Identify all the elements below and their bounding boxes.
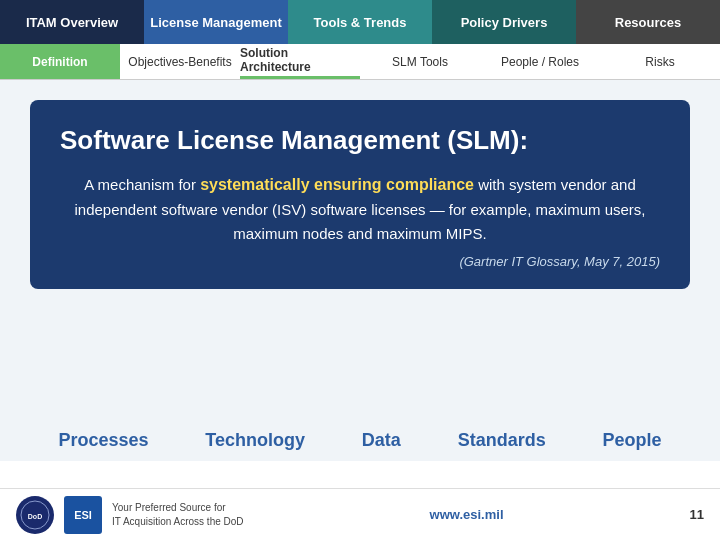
slm-highlight: systematically ensuring compliance	[200, 176, 474, 193]
footer: DoD ESI Your Preferred Source for IT Acq…	[0, 488, 720, 540]
slm-source: (Gartner IT Glossary, May 7, 2015)	[60, 254, 660, 269]
pillar-people[interactable]: People	[603, 430, 662, 451]
pillar-processes[interactable]: Processes	[58, 430, 148, 451]
nav-tools-trends[interactable]: Tools & Trends	[288, 0, 432, 44]
pillar-technology[interactable]: Technology	[205, 430, 305, 451]
pillars-row: Processes Technology Data Standards Peop…	[0, 420, 720, 461]
nav-license-management[interactable]: License Management	[144, 0, 288, 44]
footer-page: 11	[690, 507, 704, 522]
pillar-standards[interactable]: Standards	[458, 430, 546, 451]
slm-body-prefix: A mechanism for	[84, 176, 200, 193]
nav-resources[interactable]: Resources	[576, 0, 720, 44]
top-nav: ITAM Overview License Management Tools &…	[0, 0, 720, 44]
slm-title: Software License Management (SLM):	[60, 125, 660, 156]
logo-esi-icon: ESI	[64, 496, 102, 534]
main-content: Software License Management (SLM): A mec…	[0, 80, 720, 420]
slm-definition-box: Software License Management (SLM): A mec…	[30, 100, 690, 289]
nav-itam-overview[interactable]: ITAM Overview	[0, 0, 144, 44]
pillar-data[interactable]: Data	[362, 430, 401, 451]
footer-url: www.esi.mil	[430, 507, 504, 522]
subnav-solution-architecture[interactable]: Solution Architecture	[240, 44, 360, 79]
subnav-people-roles[interactable]: People / Roles	[480, 44, 600, 79]
logo-circle-icon: DoD	[16, 496, 54, 534]
subnav-definition[interactable]: Definition	[0, 44, 120, 79]
svg-text:DoD: DoD	[28, 513, 42, 520]
slm-body: A mechanism for systematically ensuring …	[60, 172, 660, 246]
subnav-risks[interactable]: Risks	[600, 44, 720, 79]
nav-policy-drivers[interactable]: Policy Drivers	[432, 0, 576, 44]
svg-text:ESI: ESI	[74, 509, 92, 521]
subnav-slm-tools[interactable]: SLM Tools	[360, 44, 480, 79]
sub-nav: Definition Objectives-Benefits Solution …	[0, 44, 720, 80]
footer-logos: DoD ESI Your Preferred Source for IT Acq…	[16, 496, 244, 534]
subnav-objectives-benefits[interactable]: Objectives-Benefits	[120, 44, 240, 79]
footer-tagline: Your Preferred Source for IT Acquisition…	[112, 501, 244, 529]
